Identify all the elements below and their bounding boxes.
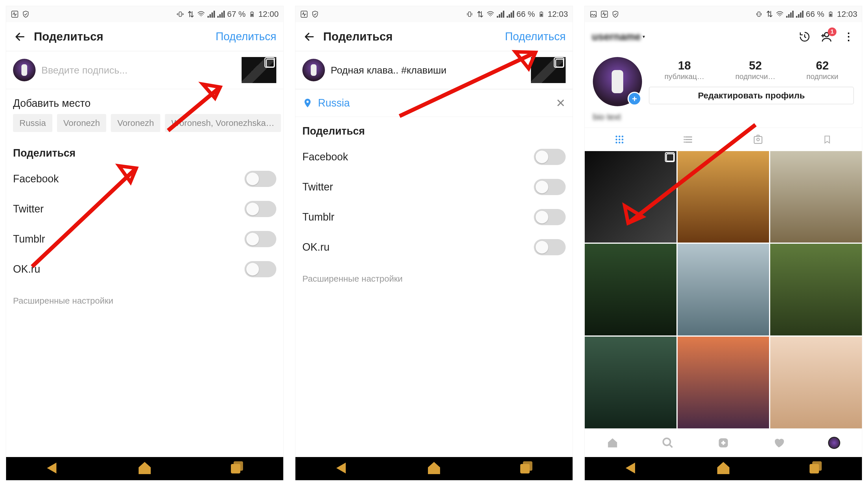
svg-point-33 bbox=[621, 142, 623, 143]
post-thumbnail[interactable] bbox=[242, 57, 276, 83]
add-story-icon[interactable]: + bbox=[627, 92, 642, 105]
post-cell[interactable] bbox=[770, 151, 862, 243]
notification-badge: 1 bbox=[828, 28, 836, 36]
arrows-icon: ⇅ bbox=[765, 10, 773, 18]
post-cell[interactable] bbox=[678, 151, 769, 243]
nav-activity[interactable] bbox=[772, 436, 786, 450]
username-button[interactable]: username bbox=[592, 31, 641, 43]
shield-icon bbox=[311, 10, 319, 18]
tab-grid[interactable] bbox=[585, 128, 654, 151]
sys-recents-button[interactable] bbox=[229, 460, 245, 477]
followers-count[interactable]: 52 подписчи… bbox=[735, 59, 775, 81]
sys-home-button[interactable] bbox=[426, 460, 442, 477]
svg-rect-6 bbox=[234, 461, 243, 471]
posts-count[interactable]: 18 публикац… bbox=[664, 59, 704, 81]
svg-point-29 bbox=[619, 139, 620, 141]
multi-photo-icon bbox=[555, 59, 564, 67]
sys-home-button[interactable] bbox=[136, 460, 153, 477]
chip-voronezh[interactable]: Voronezh bbox=[57, 114, 106, 132]
post-cell[interactable] bbox=[585, 151, 677, 243]
tab-list[interactable] bbox=[654, 128, 724, 151]
post-thumbnail[interactable] bbox=[531, 57, 566, 83]
image-icon bbox=[589, 10, 597, 18]
nav-add[interactable] bbox=[716, 436, 730, 450]
following-count[interactable]: 62 подписки bbox=[806, 59, 838, 81]
avatar[interactable] bbox=[302, 59, 325, 81]
location-pin-icon bbox=[302, 98, 313, 108]
sys-recents-button[interactable] bbox=[808, 460, 824, 477]
toggle-twitter[interactable] bbox=[245, 201, 276, 217]
location-text: Russia bbox=[318, 97, 551, 109]
tab-tagged[interactable] bbox=[723, 128, 793, 151]
nav-profile[interactable] bbox=[827, 436, 841, 450]
nav-search[interactable] bbox=[661, 436, 675, 450]
location-row[interactable]: Russia ✕ bbox=[296, 89, 572, 117]
sys-back-button[interactable] bbox=[334, 460, 350, 477]
page-title: Поделиться bbox=[323, 30, 393, 43]
chevron-down-icon[interactable]: ▾ bbox=[643, 34, 645, 39]
sys-back-button[interactable] bbox=[623, 460, 639, 477]
post-cell[interactable] bbox=[585, 244, 677, 335]
svg-rect-20 bbox=[758, 12, 760, 17]
toggle-tumblr[interactable] bbox=[534, 209, 566, 225]
caption-input[interactable] bbox=[41, 65, 236, 76]
menu-button[interactable]: ⋮ bbox=[842, 30, 855, 43]
svg-point-25 bbox=[615, 135, 617, 137]
toggle-facebook[interactable] bbox=[245, 171, 276, 187]
add-location-button[interactable]: Добавить место bbox=[6, 89, 283, 114]
arrows-icon: ⇅ bbox=[187, 10, 195, 18]
status-bar: ⇅ 67 % 12:00 bbox=[6, 6, 283, 22]
sys-home-button[interactable] bbox=[715, 460, 732, 477]
share-action-button[interactable]: Поделиться bbox=[216, 30, 276, 43]
svg-rect-4 bbox=[251, 13, 253, 16]
battery-pct: 66 % bbox=[517, 9, 535, 19]
svg-point-26 bbox=[619, 135, 620, 137]
clear-location-button[interactable]: ✕ bbox=[556, 96, 566, 110]
advanced-settings-link[interactable]: Расширенные настройки bbox=[6, 284, 283, 317]
back-button[interactable] bbox=[13, 30, 27, 44]
post-cell[interactable] bbox=[770, 337, 862, 428]
share-heading: Поделиться bbox=[6, 139, 283, 164]
back-button[interactable] bbox=[302, 30, 316, 44]
chip-woronesh[interactable]: Woronesh, Voronezhska… bbox=[165, 114, 281, 132]
share-twitter: Twitter bbox=[6, 194, 283, 224]
caption-text[interactable]: Родная клава.. #клавиши bbox=[331, 65, 525, 76]
post-cell[interactable] bbox=[770, 244, 862, 335]
avatar[interactable] bbox=[13, 59, 36, 81]
svg-rect-22 bbox=[830, 11, 831, 12]
archive-button[interactable] bbox=[798, 30, 811, 43]
svg-rect-37 bbox=[754, 136, 762, 143]
toggle-okru[interactable] bbox=[534, 239, 566, 255]
chip-russia[interactable]: Russia bbox=[13, 114, 52, 132]
chip-voronezh-2[interactable]: Voronezh bbox=[111, 114, 160, 132]
toggle-okru[interactable] bbox=[245, 261, 276, 277]
svg-point-38 bbox=[756, 138, 759, 141]
profile-avatar[interactable]: + bbox=[593, 57, 642, 106]
share-action-button[interactable]: Поделиться bbox=[505, 30, 566, 43]
discover-people-button[interactable]: 1 bbox=[820, 30, 833, 43]
svg-point-39 bbox=[663, 438, 671, 446]
tab-saved[interactable] bbox=[793, 128, 862, 151]
svg-rect-13 bbox=[540, 13, 542, 16]
multi-photo-icon bbox=[266, 59, 275, 67]
status-bar: ⇅ 66 % 12:03 bbox=[296, 6, 572, 22]
battery-icon bbox=[537, 10, 546, 18]
post-cell[interactable] bbox=[678, 244, 769, 335]
nav-home[interactable] bbox=[606, 436, 619, 450]
wifi-icon bbox=[486, 10, 494, 18]
advanced-settings-link[interactable]: Расширенные настройки bbox=[296, 262, 572, 295]
battery-pct: 66 % bbox=[806, 9, 824, 19]
toggle-facebook[interactable] bbox=[534, 149, 566, 165]
sys-back-button[interactable] bbox=[44, 460, 60, 477]
post-cell[interactable] bbox=[678, 337, 769, 428]
toggle-tumblr[interactable] bbox=[245, 231, 276, 247]
toggle-twitter[interactable] bbox=[534, 179, 566, 195]
sys-recents-button[interactable] bbox=[518, 460, 534, 477]
system-nav bbox=[296, 457, 572, 480]
post-cell[interactable] bbox=[585, 337, 677, 428]
vibrate-icon bbox=[755, 10, 763, 18]
edit-profile-button[interactable]: Редактировать профиль bbox=[649, 87, 854, 104]
share-label: Tumblr bbox=[13, 233, 45, 245]
signal-icon-2 bbox=[507, 11, 514, 18]
profile-info: + 18 публикац… 52 подписчи… 62 подписки … bbox=[585, 51, 862, 112]
